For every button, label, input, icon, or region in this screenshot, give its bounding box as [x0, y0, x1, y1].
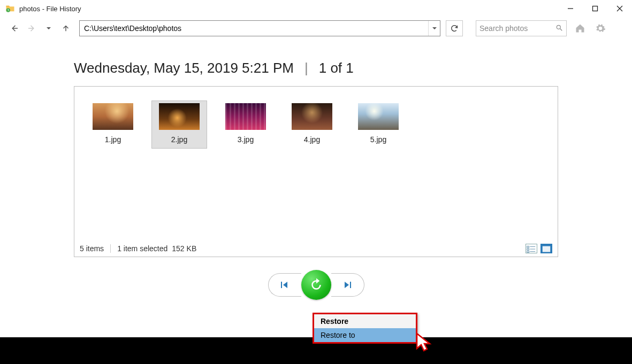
status-bar: 5 items 1 item selected 152 KB: [74, 240, 558, 257]
file-item[interactable]: 5.jpg: [351, 100, 406, 149]
status-size: 152 KB: [172, 244, 196, 253]
restore-button[interactable]: [301, 270, 331, 300]
settings-gear-icon[interactable]: [593, 21, 607, 35]
file-name: 3.jpg: [238, 135, 254, 144]
file-item[interactable]: 3.jpg: [218, 100, 273, 149]
cursor-icon: [415, 332, 433, 355]
svg-rect-11: [527, 251, 529, 253]
view-mode-buttons: [526, 244, 552, 253]
forward-button[interactable]: [25, 21, 39, 35]
version-position: 1 of 1: [319, 60, 354, 76]
version-heading: Wednesday, May 15, 2019 5:21 PM | 1 of 1: [74, 60, 558, 76]
close-button[interactable]: [607, 0, 632, 17]
folder-history-icon: [5, 4, 15, 13]
svg-rect-7: [527, 246, 529, 248]
file-pane: 1.jpg 2.jpg 3.jpg 4.jpg 5.jpg 5 items 1: [74, 86, 558, 257]
search-placeholder: Search photos: [479, 24, 555, 33]
thumbnail-icon: [225, 103, 266, 130]
svg-rect-15: [350, 282, 351, 288]
svg-rect-14: [281, 282, 282, 288]
refresh-button[interactable]: [446, 20, 463, 36]
version-datetime: Wednesday, May 15, 2019 5:21 PM: [74, 60, 294, 76]
file-list: 1.jpg 2.jpg 3.jpg 4.jpg 5.jpg: [74, 87, 558, 149]
context-menu: Restore Restore to: [313, 313, 417, 344]
home-icon[interactable]: [573, 21, 587, 35]
status-selection: 1 item selected: [117, 244, 167, 253]
address-bar[interactable]: [79, 20, 440, 36]
file-item[interactable]: 1.jpg: [85, 100, 141, 149]
maximize-button[interactable]: [583, 0, 607, 17]
search-box[interactable]: Search photos: [476, 20, 567, 36]
navigation-toolbar: Search photos: [0, 17, 632, 42]
previous-version-button[interactable]: [268, 273, 301, 297]
status-divider: [110, 244, 111, 253]
up-button[interactable]: [59, 21, 73, 35]
svg-rect-13: [543, 246, 551, 252]
minimize-button[interactable]: [558, 0, 583, 17]
status-item-count: 5 items: [80, 244, 104, 253]
svg-line-6: [560, 28, 562, 30]
file-name: 4.jpg: [304, 135, 320, 144]
thumbnail-icon: [358, 103, 399, 130]
thumbnail-icon: [93, 103, 133, 130]
svg-rect-2: [593, 6, 598, 11]
svg-point-5: [557, 25, 560, 29]
content-area: Wednesday, May 15, 2019 5:21 PM | 1 of 1…: [0, 60, 632, 300]
path-dropdown[interactable]: [428, 21, 440, 36]
svg-rect-9: [527, 249, 529, 250]
thumbnail-icon: [292, 103, 332, 130]
title-bar: photos - File History: [0, 0, 632, 17]
file-item[interactable]: 2.jpg: [151, 100, 207, 149]
window-controls: [558, 0, 632, 17]
context-menu-item-restore-to[interactable]: Restore to: [314, 328, 416, 342]
file-item[interactable]: 4.jpg: [284, 100, 340, 149]
file-name: 1.jpg: [105, 135, 121, 144]
search-icon: [555, 24, 563, 33]
heading-separator: |: [304, 60, 308, 76]
view-icons-button[interactable]: [540, 244, 552, 253]
back-button[interactable]: [7, 21, 21, 35]
thumbnail-icon: [159, 103, 200, 130]
path-input[interactable]: [80, 24, 428, 33]
recent-locations-dropdown[interactable]: [42, 21, 56, 35]
file-name: 5.jpg: [370, 135, 386, 144]
playback-controls: [74, 270, 558, 300]
window-title: photos - File History: [19, 5, 81, 13]
file-name: 2.jpg: [171, 135, 187, 144]
next-version-button[interactable]: [331, 273, 364, 297]
view-details-button[interactable]: [526, 244, 537, 253]
context-menu-item-restore[interactable]: Restore: [314, 314, 416, 328]
